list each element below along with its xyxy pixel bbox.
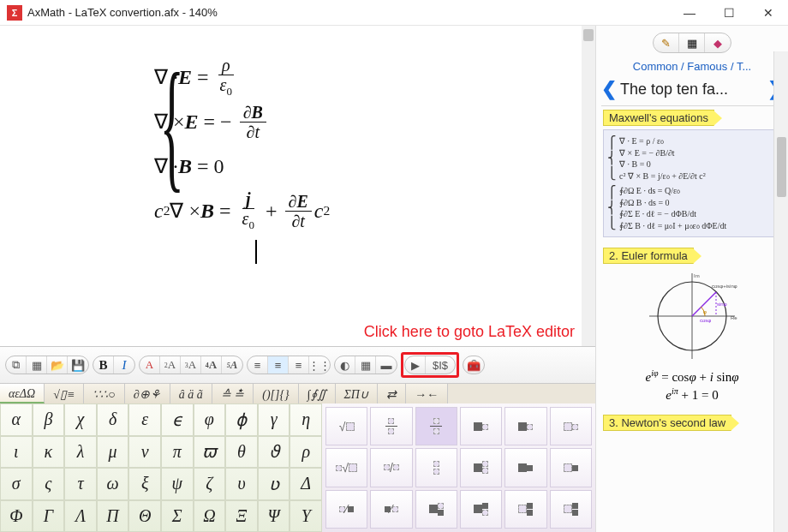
greek-σ[interactable]: σ bbox=[0, 468, 33, 500]
struct-stack[interactable] bbox=[415, 448, 457, 487]
greek-κ[interactable]: κ bbox=[33, 436, 65, 469]
greek-Φ[interactable]: Φ bbox=[0, 500, 33, 533]
greek-Σ[interactable]: Σ bbox=[161, 500, 194, 533]
greek-λ[interactable]: λ bbox=[64, 436, 97, 469]
greek-μ[interactable]: μ bbox=[97, 436, 129, 469]
greek-ω[interactable]: ω bbox=[97, 468, 129, 500]
greek-ε[interactable]: ε bbox=[128, 403, 161, 436]
struct-sup[interactable] bbox=[460, 407, 502, 445]
greek-Λ[interactable]: Λ bbox=[64, 500, 97, 533]
greek-χ[interactable]: χ bbox=[64, 403, 97, 436]
align-center-icon[interactable]: ≡ bbox=[268, 356, 289, 374]
greek-β[interactable]: β bbox=[33, 403, 65, 436]
struct-m1[interactable] bbox=[415, 490, 457, 529]
greek-Υ[interactable]: Υ bbox=[290, 500, 322, 533]
minimize-button[interactable]: — bbox=[670, 0, 709, 26]
greek-ζ[interactable]: ζ bbox=[194, 468, 226, 500]
align-left-icon[interactable]: ≡ bbox=[248, 356, 268, 374]
greek-Ξ[interactable]: Ξ bbox=[225, 500, 258, 533]
greek-ϖ[interactable]: ϖ bbox=[194, 436, 226, 469]
sidebar-scrollbar[interactable] bbox=[773, 51, 788, 532]
latex-editor-button[interactable]: $I$ bbox=[426, 356, 455, 374]
struct-subsup2[interactable] bbox=[504, 448, 546, 487]
editor-scrollbar[interactable] bbox=[582, 26, 595, 346]
save-icon[interactable]: 💾 bbox=[68, 356, 88, 374]
struct-sqrt[interactable]: √ bbox=[325, 407, 367, 445]
new-icon[interactable]: ▦ bbox=[27, 356, 47, 374]
greek-ψ[interactable]: ψ bbox=[161, 468, 194, 500]
struct-sub3[interactable] bbox=[550, 448, 592, 487]
greek-ν[interactable]: ν bbox=[128, 436, 161, 469]
struct-frac[interactable] bbox=[370, 407, 412, 445]
tab-root[interactable]: √▯≡ bbox=[45, 384, 84, 403]
struct-blkslash[interactable]: ⁄ bbox=[370, 490, 412, 529]
struct-m2[interactable] bbox=[460, 490, 502, 529]
greek-ϑ[interactable]: ϑ bbox=[258, 436, 290, 469]
greek-ϵ[interactable]: ϵ bbox=[161, 403, 194, 436]
play-icon[interactable]: ▶ bbox=[405, 356, 426, 374]
greek-ϕ[interactable]: ϕ bbox=[225, 403, 258, 436]
italic-button[interactable]: I bbox=[114, 356, 134, 374]
greek-ξ[interactable]: ξ bbox=[128, 468, 161, 500]
font-a2[interactable]: 2A bbox=[160, 356, 181, 374]
tab-integral[interactable]: ∫∮∬ bbox=[299, 384, 336, 403]
tab-brackets[interactable]: ()[]{} bbox=[254, 384, 298, 403]
copy-icon[interactable]: ⧉ bbox=[6, 356, 27, 374]
greek-ρ[interactable]: ρ bbox=[290, 436, 322, 469]
greek-ʋ[interactable]: ʋ bbox=[258, 468, 290, 500]
greek-φ[interactable]: φ bbox=[194, 403, 226, 436]
maximize-button[interactable]: ☐ bbox=[709, 0, 749, 26]
toolbox-icon[interactable]: 🧰 bbox=[463, 356, 484, 374]
greek-π[interactable]: π bbox=[161, 436, 194, 469]
color-wheel-icon[interactable]: ◐ bbox=[335, 356, 355, 374]
struct-sub[interactable] bbox=[550, 407, 592, 445]
struct-subsup[interactable] bbox=[460, 448, 502, 487]
greek-η[interactable]: η bbox=[290, 403, 322, 436]
open-icon[interactable]: 📂 bbox=[47, 356, 68, 374]
struct-slashfrac[interactable]: / bbox=[370, 448, 412, 487]
fill-icon[interactable]: ▬ bbox=[376, 356, 397, 374]
grid-icon[interactable]: ▦ bbox=[355, 356, 376, 374]
greek-θ[interactable]: θ bbox=[225, 436, 258, 469]
greek-Δ[interactable]: Δ bbox=[290, 468, 322, 500]
breadcrumb[interactable]: Common / Famous / T... bbox=[596, 58, 788, 78]
sidebar-grid-icon[interactable]: ▦ bbox=[679, 33, 705, 52]
tab-more[interactable]: →← bbox=[406, 384, 448, 403]
font-a1[interactable]: A bbox=[140, 356, 160, 374]
list-icon[interactable]: ⋮⋮ bbox=[309, 356, 330, 374]
struct-m3[interactable] bbox=[504, 490, 546, 529]
close-button[interactable]: ✕ bbox=[749, 0, 788, 26]
font-a4[interactable]: 4A bbox=[201, 356, 222, 374]
prev-arrow-icon[interactable]: ❮ bbox=[601, 78, 617, 100]
sidebar-tag-icon[interactable]: ◆ bbox=[705, 33, 731, 52]
struct-boxslash[interactable]: ⁄ bbox=[325, 490, 367, 529]
align-right-icon[interactable]: ≡ bbox=[289, 356, 309, 374]
equation-editor[interactable]: { ∇ · E = ρε0 ∇ × E = − ∂B∂t ∇ · B = 0 c… bbox=[0, 26, 595, 346]
struct-nroot[interactable]: √ bbox=[325, 448, 367, 487]
tab-bigop[interactable]: ΣΠ∪ bbox=[336, 384, 378, 403]
greek-δ[interactable]: δ bbox=[97, 403, 129, 436]
font-a3[interactable]: 3A bbox=[181, 356, 201, 374]
tab-rel[interactable]: ≙ ≛ bbox=[212, 384, 254, 403]
greek-Γ[interactable]: Γ bbox=[33, 500, 65, 533]
font-a5[interactable]: 5A bbox=[222, 356, 242, 374]
greek-ς[interactable]: ς bbox=[33, 468, 65, 500]
struct-frac-sel[interactable] bbox=[415, 407, 457, 445]
tab-logic[interactable]: ∵∴○ bbox=[84, 384, 124, 403]
greek-Θ[interactable]: Θ bbox=[128, 500, 161, 533]
greek-Π[interactable]: Π bbox=[97, 500, 129, 533]
greek-ι[interactable]: ι bbox=[0, 436, 33, 469]
struct-m4[interactable] bbox=[550, 490, 592, 529]
tab-misc1[interactable]: ∂⊕⚘ bbox=[125, 384, 170, 403]
tab-arrows[interactable]: ⇄ bbox=[378, 384, 406, 403]
section-newton[interactable]: 3. Newton's second law bbox=[596, 411, 788, 433]
sidebar-brush-icon[interactable]: ✎ bbox=[654, 33, 679, 52]
struct-sup2[interactable] bbox=[504, 407, 546, 445]
section-euler[interactable]: 2. Euler formula Re Im φ cosφ+isinφ sinφ… bbox=[596, 244, 788, 411]
greek-Ω[interactable]: Ω bbox=[194, 500, 226, 533]
bold-button[interactable]: B bbox=[93, 356, 114, 374]
greek-γ[interactable]: γ bbox=[258, 403, 290, 436]
greek-τ[interactable]: τ bbox=[64, 468, 97, 500]
tab-accent[interactable]: â ä ã bbox=[170, 384, 212, 403]
greek-υ[interactable]: υ bbox=[225, 468, 258, 500]
